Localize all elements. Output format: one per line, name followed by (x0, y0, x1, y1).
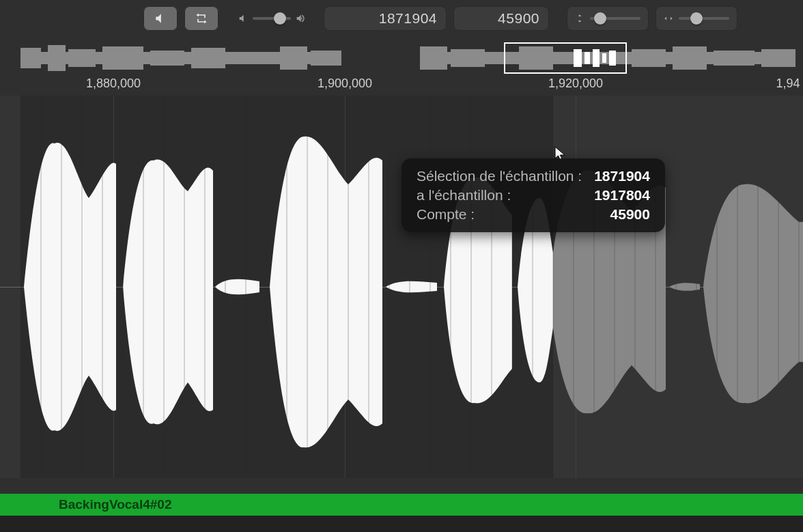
volume-low-icon (238, 13, 249, 24)
svg-rect-3 (68, 49, 96, 67)
ruler-tick-label: 1,920,000 (548, 76, 603, 90)
tooltip-value: 1917804 (594, 187, 650, 204)
svg-rect-22 (673, 46, 707, 70)
speaker-icon (154, 12, 167, 25)
bottom-strip (0, 516, 803, 532)
svg-rect-11 (420, 46, 447, 70)
vertical-zoom-slider[interactable] (567, 6, 649, 31)
svg-rect-7 (232, 52, 273, 64)
svg-rect-21 (632, 49, 666, 67)
waveform-area[interactable] (0, 96, 803, 478)
svg-rect-2 (48, 45, 66, 71)
svg-rect-4 (102, 46, 143, 70)
svg-rect-5 (150, 51, 184, 66)
waveform-svg (0, 96, 803, 478)
tooltip-value: 1871904 (594, 168, 650, 184)
mute-toggle-button[interactable] (143, 6, 178, 31)
toolbar: 1871904 45900 (0, 4, 803, 33)
waveform-overview[interactable] (0, 40, 803, 76)
loop-toggle-button[interactable] (184, 6, 219, 31)
volume-high-icon (295, 13, 306, 24)
tooltip-label: a l'échantillon : (417, 187, 511, 204)
svg-rect-24 (761, 49, 795, 67)
tooltip-label: Compte : (417, 206, 475, 223)
svg-rect-23 (714, 51, 755, 66)
svg-rect-1 (20, 48, 41, 68)
ruler-tick-label: 1,900,000 (318, 76, 372, 90)
loop-icon (195, 12, 208, 25)
volume-slider[interactable] (238, 6, 306, 31)
tooltip-label: Sélection de l'échantillon : (417, 168, 582, 184)
arrows-vertical-icon (575, 14, 584, 23)
track-name-label: BackingVocal4#02 (59, 497, 171, 512)
audio-editor: { "toolbar": { "position_value": "187190… (0, 0, 803, 532)
sample-position-field[interactable]: 1871904 (324, 6, 447, 31)
ruler-tick-label: 1,880,000 (86, 76, 141, 90)
arrows-horizontal-icon (664, 14, 673, 23)
track-name-bar[interactable]: BackingVocal4#02 (0, 494, 803, 516)
svg-rect-13 (492, 55, 505, 61)
ruler-tick-label: 1,94 (776, 76, 800, 90)
svg-rect-8 (280, 46, 307, 70)
tooltip-value: 45900 (610, 206, 650, 223)
sample-count-field[interactable]: 45900 (453, 6, 549, 31)
overview-visible-region[interactable] (504, 42, 627, 74)
timeline-ruler[interactable]: 1,880,000 1,900,000 1,920,000 1,94 (0, 76, 803, 96)
svg-rect-6 (191, 48, 225, 68)
horizontal-zoom-slider[interactable] (656, 6, 737, 31)
svg-rect-9 (311, 51, 341, 66)
selection-tooltip: Sélection de l'échantillon : 1871904 a l… (402, 158, 665, 232)
svg-rect-12 (451, 49, 485, 67)
